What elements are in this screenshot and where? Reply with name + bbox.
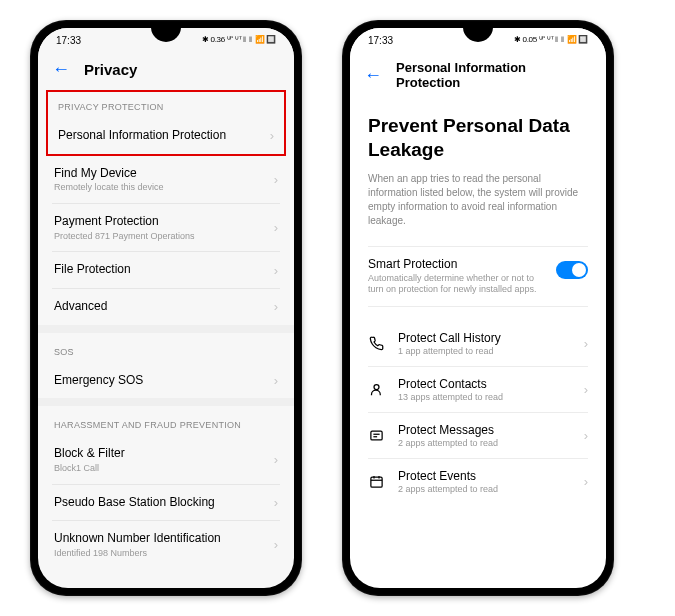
chevron-right-icon: › <box>274 373 278 388</box>
protect-sub: 2 apps attempted to read <box>398 438 570 448</box>
row-title: Block & Filter <box>54 446 274 462</box>
row-sub: Identified 198 Numbers <box>54 548 274 559</box>
svg-rect-4 <box>370 477 381 487</box>
section-header-harassment: HARASSMENT AND FRAUD PREVENTION <box>38 406 294 436</box>
phone-right: 17:33 ✱ 0.05 ᵁᴾ ᵁᵀ ⫴ ⫴ 📶 🔲 ← Personal In… <box>342 20 614 596</box>
chevron-right-icon: › <box>274 495 278 510</box>
protect-title: Protect Call History <box>398 331 570 345</box>
row-sub: Remotely locate this device <box>54 182 274 193</box>
svg-rect-1 <box>370 431 381 440</box>
row-emergency-sos[interactable]: Emergency SOS › <box>38 363 294 399</box>
row-unknown-number[interactable]: Unknown Number Identification Identified… <box>38 521 294 568</box>
chevron-right-icon: › <box>584 382 588 397</box>
header-title: Privacy <box>84 61 137 78</box>
chevron-right-icon: › <box>274 172 278 187</box>
svg-point-0 <box>374 384 379 389</box>
divider <box>368 306 588 307</box>
chevron-right-icon: › <box>584 428 588 443</box>
row-sub: Protected 871 Payment Operations <box>54 231 274 242</box>
row-title: File Protection <box>54 262 274 278</box>
back-icon[interactable]: ← <box>364 66 382 84</box>
chevron-right-icon: › <box>274 299 278 314</box>
header: ← Privacy <box>38 52 294 90</box>
protect-sub: 13 apps attempted to read <box>398 392 570 402</box>
protect-title: Protect Contacts <box>398 377 570 391</box>
row-title: Advanced <box>54 299 274 315</box>
calendar-icon <box>368 473 384 489</box>
status-time: 17:33 <box>368 35 393 46</box>
section-header-sos: SOS <box>38 333 294 363</box>
chevron-right-icon: › <box>584 336 588 351</box>
row-personal-info-protection[interactable]: Personal Information Protection › <box>48 118 284 154</box>
chevron-right-icon: › <box>274 220 278 235</box>
protect-sub: 2 apps attempted to read <box>398 484 570 494</box>
chevron-right-icon: › <box>274 452 278 467</box>
row-title: Personal Information Protection <box>58 128 270 144</box>
section-header-privacy: PRIVACY PROTECTION <box>48 92 284 118</box>
row-title: Find My Device <box>54 166 274 182</box>
row-pseudo-base[interactable]: Pseudo Base Station Blocking › <box>38 485 294 521</box>
protect-sub: 1 app attempted to read <box>398 346 570 356</box>
person-icon <box>368 381 384 397</box>
chevron-right-icon: › <box>270 128 274 143</box>
smart-protection-title: Smart Protection <box>368 257 546 271</box>
row-protect-messages[interactable]: Protect Messages 2 apps attempted to rea… <box>350 413 606 458</box>
phone-right-screen: 17:33 ✱ 0.05 ᵁᴾ ᵁᵀ ⫴ ⫴ 📶 🔲 ← Personal In… <box>350 28 606 588</box>
row-title: Emergency SOS <box>54 373 274 389</box>
phone-icon <box>368 335 384 351</box>
row-protect-call-history[interactable]: Protect Call History 1 app attempted to … <box>350 321 606 366</box>
row-title: Payment Protection <box>54 214 274 230</box>
row-protect-contacts[interactable]: Protect Contacts 13 apps attempted to re… <box>350 367 606 412</box>
section-divider <box>38 398 294 406</box>
row-advanced[interactable]: Advanced › <box>38 289 294 325</box>
row-title: Pseudo Base Station Blocking <box>54 495 274 511</box>
row-title: Unknown Number Identification <box>54 531 274 547</box>
row-smart-protection: Smart Protection Automatically determine… <box>350 247 606 306</box>
row-find-my-device[interactable]: Find My Device Remotely locate this devi… <box>38 156 294 203</box>
smart-protection-toggle[interactable] <box>556 261 588 279</box>
smart-protection-sub: Automatically determine whether or not t… <box>368 273 546 296</box>
row-block-filter[interactable]: Block & Filter Block1 Call › <box>38 436 294 483</box>
row-file-protection[interactable]: File Protection › <box>38 252 294 288</box>
chevron-right-icon: › <box>274 537 278 552</box>
page-title: Prevent Personal Data Leakage <box>350 102 606 172</box>
phone-left-screen: 17:33 ✱ 0.36 ᵁᴾ ᵁᵀ ⫴ ⫴ 📶 🔲 ← Privacy PRI… <box>38 28 294 588</box>
chevron-right-icon: › <box>274 263 278 278</box>
highlight-box: PRIVACY PROTECTION Personal Information … <box>46 90 286 156</box>
phone-left: 17:33 ✱ 0.36 ᵁᴾ ᵁᵀ ⫴ ⫴ 📶 🔲 ← Privacy PRI… <box>30 20 302 596</box>
section-divider <box>38 325 294 333</box>
protect-title: Protect Messages <box>398 423 570 437</box>
back-icon[interactable]: ← <box>52 60 70 78</box>
row-sub: Block1 Call <box>54 463 274 474</box>
protect-title: Protect Events <box>398 469 570 483</box>
status-time: 17:33 <box>56 35 81 46</box>
content: PRIVACY PROTECTION Personal Information … <box>38 90 294 569</box>
message-icon <box>368 427 384 443</box>
header-title: Personal Information Protection <box>396 60 592 90</box>
header: ← Personal Information Protection <box>350 52 606 102</box>
page-description: When an app tries to read the personal i… <box>350 172 606 246</box>
row-payment-protection[interactable]: Payment Protection Protected 871 Payment… <box>38 204 294 251</box>
chevron-right-icon: › <box>584 474 588 489</box>
row-protect-events[interactable]: Protect Events 2 apps attempted to read … <box>350 459 606 504</box>
status-indicators: ✱ 0.05 ᵁᴾ ᵁᵀ ⫴ ⫴ 📶 🔲 <box>514 35 588 45</box>
status-indicators: ✱ 0.36 ᵁᴾ ᵁᵀ ⫴ ⫴ 📶 🔲 <box>202 35 276 45</box>
